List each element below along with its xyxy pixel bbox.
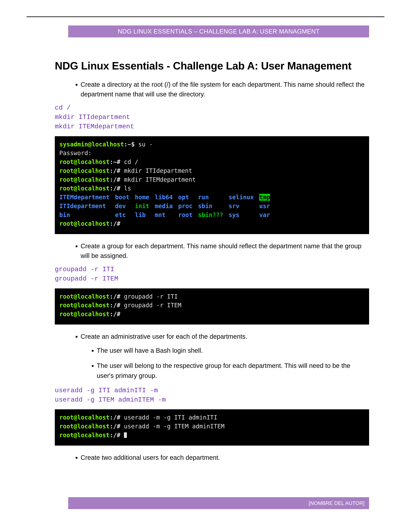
header-text: NDG LINUX ESSENTIALS – CHALLENGE LAB A: … — [118, 28, 320, 35]
list: Create a directory at the root (/) of th… — [81, 80, 367, 99]
ls-entry: home — [135, 193, 155, 202]
ls-entry: bin — [59, 211, 115, 219]
header-bar: NDG LINUX ESSENTIALS – CHALLENGE LAB A: … — [68, 26, 369, 38]
ls-entry: ITEMdepartment — [59, 193, 115, 202]
cmd-line: useradd -g ITEM adminITEM -m — [55, 396, 166, 404]
prompt-user: root@localhost — [59, 176, 110, 183]
ls-entry: run — [198, 193, 229, 202]
ls-entry: boot — [115, 193, 135, 202]
prompt-user: root@localhost — [59, 414, 110, 421]
ls-entry: dev — [115, 202, 135, 211]
prompt-suffix: :/# — [110, 185, 124, 192]
terminal-1: sysadmin@localhost:~$ su -Password:root@… — [55, 136, 369, 234]
ls-entry: init — [135, 202, 155, 211]
list: Create an administrative user for each o… — [81, 332, 367, 381]
bullet-4: Create two additional users for each dep… — [81, 453, 367, 462]
terminal-2: root@localhost:/# groupadd -r ITIroot@lo… — [55, 288, 369, 324]
cmd-line: useradd -g ITI adminITI -m — [55, 387, 158, 394]
prompt-suffix: :/# — [110, 176, 124, 183]
ls-entry: sbin — [198, 202, 229, 211]
term-cmd: cd / — [124, 159, 138, 165]
footer-text: [NOMBRE DEL AUTOR] — [309, 500, 364, 506]
term-cmd: mkdir ITIdepartment — [124, 167, 192, 174]
prompt-user: root@localhost — [59, 311, 110, 318]
prompt-suffix: :/# — [110, 293, 124, 300]
prompt-suffix: :/# — [110, 167, 124, 174]
ls-entry: srv — [229, 202, 259, 211]
bullet-1: Create a directory at the root (/) of th… — [81, 80, 367, 99]
ls-entry: lib — [135, 211, 155, 219]
cmd-line: mkdir ITIdepartment — [55, 114, 130, 121]
prompt-suffix: :/# — [110, 311, 124, 318]
cmd-line: mkdir ITEMdepartment — [55, 123, 134, 130]
prompt-user: root@localhost — [59, 167, 110, 174]
footer-bar: [NOMBRE DEL AUTOR] — [68, 497, 369, 509]
ls-entry: etc — [115, 211, 135, 219]
prompt-user: root@localhost — [59, 159, 110, 165]
ls-entry: mnt — [155, 211, 178, 219]
ls-entry: lib64 — [155, 193, 178, 202]
prompt-suffix: :/# — [110, 414, 124, 421]
page: NDG LINUX ESSENTIALS – CHALLENGE LAB A: … — [0, 0, 411, 532]
term-cmd: mkdir ITEMdepartment — [124, 176, 196, 183]
list: Create a group for each department. This… — [81, 241, 367, 260]
command-block-3: useradd -g ITI adminITI -m useradd -g IT… — [55, 386, 369, 405]
ls-entry: media — [155, 202, 178, 211]
top-rule — [27, 17, 384, 17]
prompt-suffix: :/# — [110, 423, 124, 430]
sublist: The user will have a Bash login shell. T… — [97, 345, 367, 381]
term-cmd: su - — [138, 141, 153, 148]
cmd-line: groupadd -r ITI — [55, 266, 114, 273]
prompt-suffix: :/# — [110, 220, 124, 227]
cmd-line: groupadd -r ITEM — [55, 275, 118, 283]
prompt-user: root@localhost — [59, 432, 110, 439]
prompt-suffix: :~$ — [124, 141, 138, 148]
term-cmd: ls — [124, 185, 131, 192]
ls-entry: proc — [178, 202, 198, 211]
bullet-2: Create a group for each department. This… — [81, 241, 367, 260]
ls-entry: tmp — [259, 193, 275, 202]
term-cmd: useradd -m -g ITEM adminITEM — [124, 423, 224, 430]
ls-entry: usr — [259, 202, 275, 211]
ls-entry: sys — [229, 211, 259, 219]
bullet-3a: The user will have a Bash login shell. — [97, 345, 367, 355]
content: NDG Linux Essentials - Challenge Lab A: … — [55, 60, 369, 465]
prompt-suffix: :/# — [110, 432, 124, 439]
prompt-user: root@localhost — [59, 423, 110, 430]
page-title: NDG Linux Essentials - Challenge Lab A: … — [55, 60, 369, 72]
prompt-suffix: :/# — [110, 302, 124, 309]
prompt-user: root@localhost — [59, 220, 110, 227]
bullet-3b: The user will belong to the respective g… — [97, 361, 367, 381]
list: Create two additional users for each dep… — [81, 453, 367, 462]
prompt-user: root@localhost — [59, 185, 110, 192]
term-cmd: groupadd -r ITEM — [124, 302, 181, 309]
term-output: Password: — [59, 149, 364, 158]
prompt-user: root@localhost — [59, 302, 110, 309]
ls-entry: selinux — [229, 193, 259, 202]
cmd-line: cd / — [55, 104, 71, 112]
command-block-2: groupadd -r ITI groupadd -r ITEM — [55, 265, 369, 283]
ls-entry: root — [178, 211, 198, 219]
term-cmd: useradd -m -g ITI adminITI — [124, 414, 217, 421]
ls-output: ITEMdepartmentboothomelib64optrunselinux… — [59, 193, 275, 219]
ls-entry: var — [259, 211, 275, 219]
terminal-3: root@localhost:/# useradd -m -g ITI admi… — [55, 409, 369, 446]
bullet-3: Create an administrative user for each o… — [81, 332, 367, 381]
bullet-3-text: Create an administrative user for each o… — [81, 333, 247, 340]
ls-entry: ITIdepartment — [59, 202, 115, 211]
cursor-icon — [124, 432, 127, 438]
prompt-suffix: :~# — [110, 159, 124, 165]
ls-entry: opt — [178, 193, 198, 202]
prompt-user: sysadmin@localhost — [59, 141, 124, 148]
command-block-1: cd / mkdir ITIdepartment mkdir ITEMdepar… — [55, 103, 369, 131]
term-cmd: groupadd -r ITI — [124, 293, 178, 300]
ls-entry: sbin??? — [198, 211, 229, 219]
prompt-user: root@localhost — [59, 293, 110, 300]
